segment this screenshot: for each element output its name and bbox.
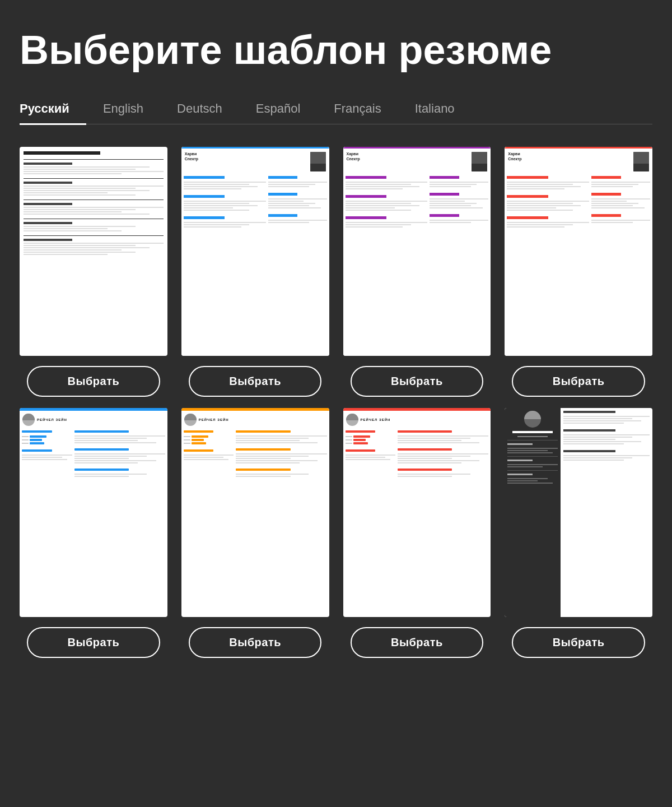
select-button-classic[interactable]: Выбрать [27, 366, 160, 397]
template-preview-rachel-red[interactable]: РЕЙЧЕЛ ЗЕЙН [343, 408, 491, 617]
template-preview-classic[interactable] [20, 147, 167, 356]
tab-espanol[interactable]: Español [239, 95, 318, 124]
template-card-rachel-blue: РЕЙЧЕЛ ЗЕЙН [20, 408, 167, 658]
template-card-rachel-orange: РЕЙЧЕЛ ЗЕЙН [181, 408, 329, 658]
select-button-rachel-red[interactable]: Выбрать [351, 627, 483, 658]
tab-english[interactable]: English [86, 95, 160, 124]
template-preview-mike-dark[interactable] [505, 408, 652, 617]
tab-deutsch[interactable]: Deutsch [160, 95, 239, 124]
templates-grid-row2: РЕЙЧЕЛ ЗЕЙН [20, 408, 652, 658]
templates-grid-row1: Выбрать ХарвиСпектр [20, 147, 652, 397]
page-wrapper: Выберите шаблон резюме Русский English D… [0, 0, 672, 697]
tab-russian[interactable]: Русский [20, 95, 86, 124]
template-preview-harvey-purple[interactable]: ХарвиСпектр [343, 147, 491, 356]
select-button-rachel-blue[interactable]: Выбрать [27, 627, 160, 658]
template-card-harvey-red: ХарвиСпектр [505, 147, 652, 397]
template-card-harvey-purple: ХарвиСпектр [343, 147, 491, 397]
tabs-bar: Русский English Deutsch Español Français… [20, 95, 652, 124]
template-preview-rachel-blue[interactable]: РЕЙЧЕЛ ЗЕЙН [20, 408, 167, 617]
template-preview-harvey-red[interactable]: ХарвиСпектр [505, 147, 652, 356]
template-preview-rachel-orange[interactable]: РЕЙЧЕЛ ЗЕЙН [181, 408, 329, 617]
select-button-harvey-purple[interactable]: Выбрать [351, 366, 483, 397]
select-button-harvey-blue[interactable]: Выбрать [189, 366, 321, 397]
template-card-mike-dark: Выбрать [505, 408, 652, 658]
template-card-rachel-red: РЕЙЧЕЛ ЗЕЙН [343, 408, 491, 658]
tab-francais[interactable]: Français [317, 95, 398, 124]
page-title: Выберите шаблон резюме [20, 28, 652, 72]
select-button-rachel-orange[interactable]: Выбрать [189, 627, 321, 658]
template-card-classic: Выбрать [20, 147, 167, 397]
template-card-harvey-blue: ХарвиСпектр [181, 147, 329, 397]
select-button-mike-dark[interactable]: Выбрать [512, 627, 645, 658]
tab-italiano[interactable]: Italiano [398, 95, 472, 124]
select-button-harvey-red[interactable]: Выбрать [512, 366, 645, 397]
template-preview-harvey-blue[interactable]: ХарвиСпектр [181, 147, 329, 356]
